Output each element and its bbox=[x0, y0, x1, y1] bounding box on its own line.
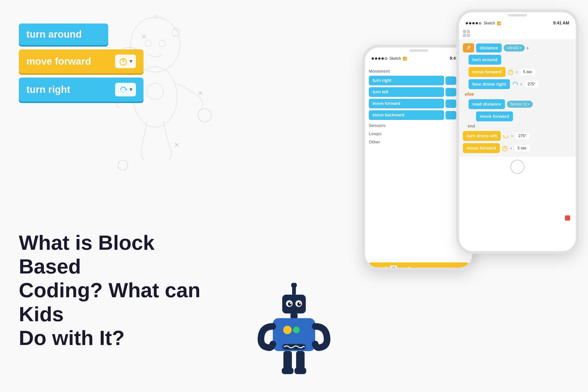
svg-marker-15 bbox=[517, 83, 518, 85]
block-label-tl: turn left bbox=[369, 87, 444, 97]
275-badge-2: 275° bbox=[515, 132, 530, 140]
if-condition-row: if distance Ultra01 ▾ › bbox=[463, 43, 572, 52]
signal-dots-back bbox=[372, 58, 387, 60]
gc2 bbox=[467, 30, 470, 33]
block-label-turn-right: turn right bbox=[26, 84, 70, 95]
carrier-back: Sketch 📶 bbox=[372, 56, 407, 61]
bottom-block-id: id bbox=[390, 266, 397, 270]
block-input-tr bbox=[446, 76, 456, 85]
turn-drone-left-row: turn drone left ▾ 275° bbox=[463, 131, 572, 141]
carrier-name-front: Sketch bbox=[484, 21, 495, 26]
turn-around-block[interactable]: turn around bbox=[468, 55, 501, 65]
mini-block-turn-left[interactable]: turn left bbox=[369, 87, 468, 97]
dot4 bbox=[382, 58, 384, 60]
heading-line2: Coding? What can Kids bbox=[19, 278, 200, 326]
svg-point-29 bbox=[299, 303, 300, 304]
main-heading: What is Block Based Coding? What can Kid… bbox=[19, 231, 207, 350]
face-drone-right-row: face drone right ▾ 275° bbox=[463, 79, 572, 89]
block-icon-rotate[interactable]: ▾ bbox=[115, 83, 136, 96]
ultra01-arrow: ▾ bbox=[520, 46, 522, 50]
bottom-block-label: turn left bbox=[372, 266, 388, 271]
gc3 bbox=[463, 34, 466, 37]
timer-icon-bottom bbox=[502, 145, 508, 152]
svg-point-7 bbox=[400, 266, 405, 270]
time-front: 9:41 AM bbox=[553, 21, 569, 26]
dot5 bbox=[385, 58, 387, 60]
block-input-mb bbox=[446, 111, 456, 120]
robot-svg bbox=[249, 283, 339, 392]
svg-rect-30 bbox=[290, 314, 298, 318]
svg-line-10 bbox=[402, 268, 403, 268]
svg-rect-35 bbox=[284, 351, 292, 370]
move-forward-row: move forward ▾ 5 sec bbox=[463, 67, 572, 77]
face-drone-right-block[interactable]: face drone right bbox=[468, 79, 510, 89]
block-turn-right[interactable]: turn right ▾ bbox=[19, 78, 144, 102]
mfb-dropdown-arrow[interactable]: ▾ bbox=[510, 146, 512, 150]
block-label-move-forward: move forward bbox=[26, 56, 91, 67]
signal-dots-front bbox=[466, 22, 481, 24]
gc1 bbox=[463, 30, 466, 33]
ultra01-label: Ultra01 bbox=[507, 46, 519, 50]
fdot2 bbox=[469, 22, 471, 24]
svg-point-1 bbox=[145, 40, 152, 46]
else-label: else bbox=[463, 92, 572, 97]
robot-illustration bbox=[249, 283, 339, 392]
mini-block-turn-right[interactable]: turn right bbox=[369, 76, 468, 85]
block-icon-timer[interactable]: ▾ bbox=[115, 54, 136, 68]
read-distance-block[interactable]: read distance bbox=[468, 99, 505, 109]
if-block: if bbox=[463, 43, 474, 52]
phone-speaker-back bbox=[409, 50, 428, 52]
heading-line3: Do with It? bbox=[19, 326, 125, 350]
mini-block-move-forward[interactable]: move forward bbox=[369, 99, 468, 108]
grid-icon bbox=[463, 30, 470, 37]
svg-rect-37 bbox=[282, 368, 294, 374]
block-turn-around[interactable]: turn around bbox=[19, 24, 108, 45]
carrier-name-back: Sketch bbox=[390, 56, 401, 61]
fdr-dropdown-arrow[interactable]: ▾ bbox=[520, 82, 522, 86]
tdl-dropdown-arrow[interactable]: ▾ bbox=[511, 134, 513, 138]
block-input-mf bbox=[446, 100, 456, 108]
5-sec-badge: 5 sec bbox=[520, 68, 536, 76]
turn-drone-left-block[interactable]: turn drone left bbox=[463, 131, 501, 141]
mini-block-move-backward[interactable]: move backward bbox=[369, 110, 468, 120]
sensor01-arrow: ▾ bbox=[528, 102, 530, 106]
bottom-turn-left-block[interactable]: turn left id ▾ bbox=[365, 259, 472, 270]
fdot5 bbox=[479, 22, 481, 24]
dropdown-arrow-move-forward[interactable]: ▾ bbox=[130, 58, 132, 64]
svg-rect-36 bbox=[296, 351, 304, 370]
carrier-front: Sketch 📶 bbox=[466, 21, 501, 26]
fdot3 bbox=[472, 22, 475, 24]
home-button-front[interactable] bbox=[510, 160, 524, 174]
sensor01-label: Sensor 01 bbox=[510, 102, 527, 106]
dropdown-arrow-turn-right[interactable]: ▾ bbox=[130, 86, 132, 93]
mf-dropdown-arrow[interactable]: ▾ bbox=[516, 70, 518, 74]
gc4 bbox=[467, 34, 470, 37]
block-move-forward[interactable]: move forward ▾ bbox=[19, 50, 144, 73]
delete-indicator[interactable] bbox=[565, 216, 570, 220]
block-label-mf: move forward bbox=[369, 99, 444, 108]
move-forward-indented-block[interactable]: move forward bbox=[476, 112, 513, 121]
phones-container: Sketch 📶 9:41 AM Movement turn right tur… bbox=[362, 10, 588, 270]
move-forward-bottom-block[interactable]: move forward bbox=[463, 143, 500, 153]
svg-rect-23 bbox=[282, 295, 306, 314]
move-forward-block[interactable]: move forward bbox=[468, 67, 506, 77]
section-sensors: Sensors bbox=[369, 123, 468, 128]
svg-point-26 bbox=[288, 302, 292, 306]
5-sec-badge-2: 5 sec bbox=[514, 144, 530, 152]
sensor01-dropdown[interactable]: Sensor 01 ▾ bbox=[507, 101, 533, 108]
phone-front: Sketch 📶 9:41 AM if distance Ultra01 bbox=[456, 10, 578, 254]
indent-turn-around: turn around bbox=[463, 55, 572, 65]
ultra01-dropdown[interactable]: Ultra01 ▾ bbox=[504, 44, 525, 52]
rotate-icon-tdl bbox=[502, 133, 509, 139]
rotate-icon bbox=[119, 85, 128, 94]
section-loops: Loops bbox=[369, 132, 468, 136]
status-bar-front: Sketch 📶 9:41 AM bbox=[459, 18, 576, 28]
wifi-icon-front: 📶 bbox=[497, 22, 501, 25]
svg-point-32 bbox=[283, 326, 292, 334]
bottom-dropdown-arrow[interactable]: ▾ bbox=[408, 265, 410, 270]
svg-point-4 bbox=[147, 83, 164, 100]
block-canvas: if distance Ultra01 ▾ › turn around move… bbox=[459, 40, 576, 157]
svg-point-33 bbox=[293, 327, 300, 333]
svg-marker-6 bbox=[126, 88, 127, 91]
dot2 bbox=[375, 58, 377, 60]
